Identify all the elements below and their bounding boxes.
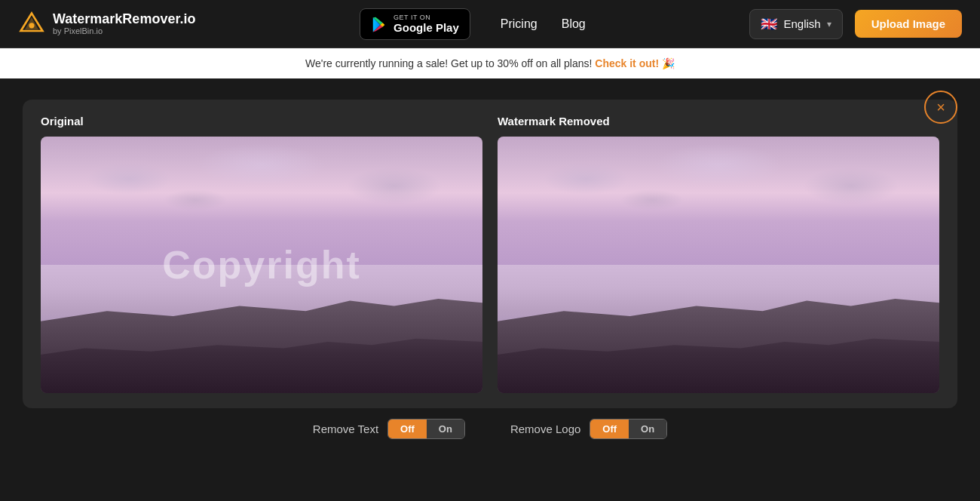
svg-point-2 [29,23,34,28]
logo[interactable]: WatermarkRemover.io by PixelBin.io [18,11,195,38]
logo-icon [18,11,45,38]
processed-image [498,137,939,393]
get-it-on-label: GET IT ON [394,14,459,21]
remove-logo-off-button[interactable]: Off [590,420,629,438]
google-play-icon [371,16,387,32]
language-text: English [783,17,820,30]
nav-center: GET IT ON Google Play Pricing Blog [360,8,586,40]
images-row: Copyright [41,137,939,393]
google-play-label: Google Play [394,21,459,35]
sale-link[interactable]: Check it out! 🎉 [595,57,675,69]
remove-text-label: Remove Text [313,423,378,435]
google-play-text: GET IT ON Google Play [394,14,459,35]
remove-logo-toggle: Off On [590,419,667,439]
remove-logo-on-button[interactable]: On [629,420,666,438]
remove-text-off-button[interactable]: Off [388,420,427,438]
sale-text: We're currently running a sale! Get up t… [305,57,592,69]
comparison-panel: Original Watermark Removed Copyright [23,100,957,408]
remove-logo-group: Remove Logo Off On [510,419,667,439]
comparison-headers: Original Watermark Removed [41,115,939,128]
watermark-removed-label: Watermark Removed [498,115,939,128]
original-image-container: Copyright [41,137,482,393]
logo-title: WatermarkRemover.io [53,12,195,27]
logo-subtitle: by PixelBin.io [53,26,195,35]
remove-text-group: Remove Text Off On [313,419,465,439]
original-image: Copyright [41,137,482,393]
processed-image-container [498,137,939,393]
remove-logo-label: Remove Logo [510,423,580,435]
logo-text: WatermarkRemover.io by PixelBin.io [53,12,195,36]
bottom-controls: Remove Text Off On Remove Logo Off On [23,419,957,439]
language-selector[interactable]: 🇬🇧 English ▾ [749,9,842,39]
nav-links: Pricing Blog [501,17,586,31]
header: WatermarkRemover.io by PixelBin.io [0,0,980,48]
original-label: Original [41,115,482,128]
flag-icon: 🇬🇧 [761,16,777,32]
remove-text-on-button[interactable]: On [427,420,464,438]
google-play-button[interactable]: GET IT ON Google Play [360,8,470,40]
clouds-layer [41,137,482,278]
clouds-layer-clean [498,137,939,278]
blog-link[interactable]: Blog [562,17,586,31]
pricing-link[interactable]: Pricing [501,17,537,31]
upload-image-button[interactable]: Upload Image [855,10,962,38]
close-button[interactable]: × [924,91,957,124]
nav-right: 🇬🇧 English ▾ Upload Image [749,9,962,39]
remove-text-toggle: Off On [387,419,465,439]
sale-banner: We're currently running a sale! Get up t… [0,48,980,78]
chevron-down-icon: ▾ [827,19,831,29]
main-content: × Original Watermark Removed Copyright [0,78,980,501]
